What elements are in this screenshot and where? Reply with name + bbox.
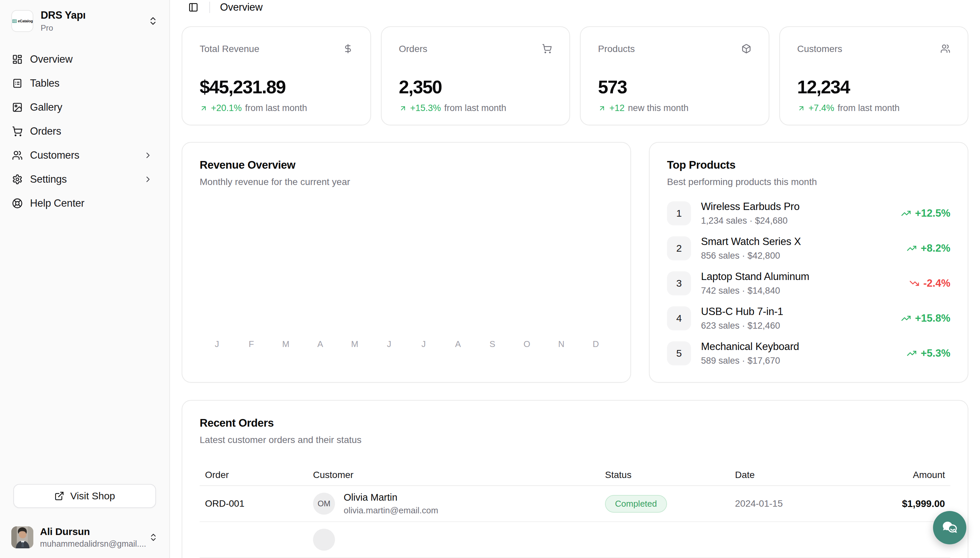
sidebar-toggle-button[interactable] — [186, 0, 201, 15]
table-document-icon — [12, 78, 23, 89]
stat-value: $45,231.89 — [200, 76, 353, 98]
top-products-subtitle: Best performing products this month — [667, 177, 951, 187]
topbar: Overview — [170, 0, 980, 15]
sidebar-item-orders[interactable]: Orders — [11, 121, 159, 142]
product-row: 3 Laptop Stand Aluminum 742 sales · $14,… — [667, 271, 951, 296]
sidebar-item-overview[interactable]: Overview — [11, 49, 159, 70]
sidebar-item-label: Gallery — [30, 101, 62, 113]
stat-card-products: Products 573 +12 new this month — [580, 26, 769, 125]
dashboard-icon — [12, 54, 23, 65]
month-label: M — [338, 339, 372, 350]
sidebar-item-label: Settings — [30, 173, 67, 185]
stat-change: +20.1% from last month — [200, 103, 353, 113]
user-menu[interactable]: Ali Dursun muhammedalidrsn@gmail.... — [11, 526, 159, 549]
stat-title: Products — [598, 44, 635, 54]
sidebar-item-gallery[interactable]: Gallery — [11, 97, 159, 118]
rank-badge: 1 — [667, 201, 691, 225]
product-sales: 589 sales · $17,670 — [701, 356, 799, 366]
product-row: 4 USB-C Hub 7-in-1 623 sales · $12,460 +… — [667, 306, 951, 331]
gear-icon — [12, 174, 23, 185]
external-link-icon — [54, 491, 64, 501]
customer-name: Olivia Martin — [344, 492, 438, 503]
recent-orders-subtitle: Latest customer orders and their status — [200, 435, 951, 445]
stat-card-customers: Customers 12,234 +7.4% from last month — [779, 26, 969, 125]
cart-icon — [542, 44, 552, 54]
table-row-partial — [200, 522, 951, 558]
users-icon — [12, 150, 23, 161]
column-header-date: Date — [730, 470, 830, 480]
sidebar-nav: Overview Tables Gallery Orders Customers — [11, 49, 159, 214]
main-area: Overview Total Revenue $45,231.89 +20.1%… — [170, 0, 980, 558]
stat-value: 12,234 — [797, 76, 951, 98]
recent-orders-title: Recent Orders — [200, 417, 951, 429]
org-name: DRS Yapı — [41, 9, 141, 21]
product-sales: 623 sales · $12,460 — [701, 321, 783, 331]
visit-shop-button[interactable]: Visit Shop — [13, 484, 156, 508]
product-sales: 1,234 sales · $24,680 — [701, 216, 800, 226]
avatar — [11, 526, 33, 548]
product-sales: 856 sales · $42,800 — [701, 251, 801, 261]
sidebar-item-tables[interactable]: Tables — [11, 73, 159, 94]
product-change: +12.5% — [901, 207, 951, 219]
sidebar: eCatalog DRS Yapı Pro Overview Tables Ga… — [0, 0, 170, 558]
product-name: USB-C Hub 7-in-1 — [701, 306, 783, 318]
revenue-overview-subtitle: Monthly revenue for the current year — [200, 177, 613, 187]
rank-badge: 5 — [667, 341, 691, 365]
life-buoy-icon — [12, 198, 23, 208]
arrow-up-right-icon — [399, 104, 407, 112]
package-icon — [741, 44, 751, 54]
product-row: 1 Wireless Earbuds Pro 1,234 sales · $24… — [667, 201, 951, 226]
org-meta: DRS Yapı Pro — [41, 9, 141, 33]
sidebar-item-help-center[interactable]: Help Center — [11, 193, 159, 214]
month-label: S — [475, 339, 510, 350]
stat-change: +12 new this month — [598, 103, 751, 113]
month-label: J — [200, 339, 234, 350]
sidebar-item-customers[interactable]: Customers — [11, 144, 159, 166]
customer-email: olivia.martin@email.com — [344, 505, 438, 516]
org-plan: Pro — [41, 23, 141, 33]
product-row: 5 Mechanical Keyboard 589 sales · $17,67… — [667, 341, 951, 366]
order-amount: $1,999.00 — [830, 498, 951, 509]
rank-badge: 4 — [667, 306, 691, 330]
trending-up-icon — [901, 313, 911, 323]
users-icon — [940, 44, 951, 54]
arrow-up-right-icon — [200, 104, 208, 112]
product-change: -2.4% — [910, 277, 951, 289]
stat-title: Total Revenue — [200, 44, 259, 54]
revenue-overview-title: Revenue Overview — [200, 159, 613, 171]
stat-card-orders: Orders 2,350 +15.3% from last month — [381, 26, 570, 125]
orders-table: Order Customer Status Date Amount ORD-00… — [200, 464, 951, 558]
chat-widget-button[interactable] — [933, 511, 966, 544]
org-logo: eCatalog — [11, 10, 33, 32]
top-products-title: Top Products — [667, 159, 951, 171]
rank-badge: 2 — [667, 236, 691, 260]
chevron-right-icon — [143, 151, 152, 160]
topbar-divider — [209, 2, 210, 13]
month-label: M — [269, 339, 303, 350]
charts-row: Revenue Overview Monthly revenue for the… — [182, 142, 969, 382]
chevrons-up-down-icon — [148, 16, 158, 26]
stat-change: +15.3% from last month — [399, 103, 552, 113]
stat-value: 2,350 — [399, 76, 552, 98]
month-label: F — [234, 339, 268, 350]
table-row: ORD-001 OM Olivia Martin olivia.martin@e… — [200, 486, 951, 522]
revenue-overview-card: Revenue Overview Monthly revenue for the… — [182, 142, 631, 382]
stat-change-value: +20.1% — [211, 103, 242, 113]
chat-bubbles-icon — [940, 518, 960, 538]
sidebar-item-settings[interactable]: Settings — [11, 169, 159, 190]
product-name: Wireless Earbuds Pro — [701, 201, 800, 213]
month-label: J — [406, 339, 441, 350]
org-switcher[interactable]: eCatalog DRS Yapı Pro — [11, 8, 159, 34]
column-header-amount: Amount — [830, 470, 951, 480]
column-header-order: Order — [200, 470, 308, 480]
top-products-list: 1 Wireless Earbuds Pro 1,234 sales · $24… — [667, 201, 951, 366]
user-email: muhammedalidrsn@gmail.... — [40, 539, 142, 549]
dollar-icon — [343, 44, 353, 54]
image-icon — [12, 102, 23, 113]
user-meta: Ali Dursun muhammedalidrsn@gmail.... — [40, 526, 142, 549]
month-label: A — [303, 339, 338, 350]
orders-table-header: Order Customer Status Date Amount — [200, 464, 951, 486]
user-name: Ali Dursun — [40, 526, 142, 537]
content: Total Revenue $45,231.89 +20.1% from las… — [170, 15, 980, 558]
trending-up-icon — [907, 243, 917, 253]
